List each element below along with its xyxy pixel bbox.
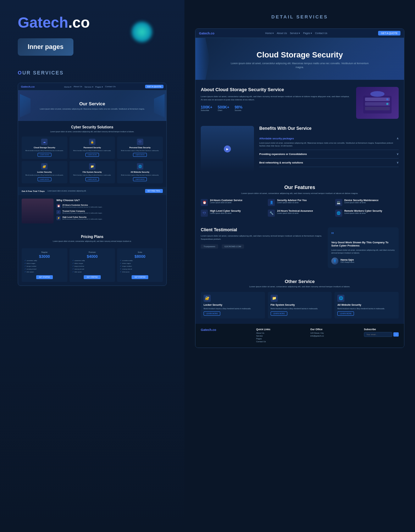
card-btn-4[interactable]: LEARN MORE (38, 177, 51, 181)
testimonial-quote-card: " Very Good Work Shown By This Company T… (328, 227, 399, 268)
other-card-website: 🌐 All Website Security Morbi tincidunt m… (334, 292, 399, 319)
detail-nav-about[interactable]: About Us (277, 32, 287, 35)
accordion-header-3[interactable]: Best networking & security solutions ∨ (259, 161, 399, 164)
author-name: Hanna Sajre (341, 259, 354, 261)
why-content: Why Choose Us? ⏰ 24 Hours Customer Servi… (56, 199, 163, 223)
pricing-grid: Regular $3000 ✓ consetetur sadip ✓ dolor… (22, 248, 163, 282)
card-btn-1[interactable]: LEARN MORE (38, 153, 51, 157)
detail-nav-home[interactable]: Home ▾ (265, 32, 274, 35)
glow-orb (131, 21, 153, 43)
cyber-section-title: Cyber Security Solutions (18, 121, 166, 131)
section-prefix: o (18, 70, 22, 76)
brand-extension: .co (68, 14, 90, 31)
other-btn-file[interactable]: LEARN MORE (271, 311, 287, 316)
accordion-header-1[interactable]: Affordable security packages ∧ (259, 137, 399, 140)
quote-text: Lorem ipsum dolor sit amet, consectetur … (331, 249, 395, 254)
about-image (356, 87, 399, 119)
testimonial-left: Client Testimonial Lorem ipsum dolor sit… (201, 227, 322, 268)
accordion-arrow-3: ∨ (397, 161, 399, 164)
nav-service[interactable]: Service ▾ (84, 85, 93, 88)
price-feat-3-4: ✓ nonumy eirmod (120, 268, 160, 270)
detail-nav-contact[interactable]: Contact Us (315, 32, 327, 35)
footer-office-title: Our Office (310, 328, 324, 331)
feature-icon-1: ⏰ (201, 199, 208, 206)
detail-nav-service[interactable]: Service ▾ (290, 32, 300, 35)
subscribe-input[interactable] (364, 332, 392, 337)
feature-text-6: Lorem ipsum dolor sit amet (344, 212, 382, 214)
detail-hero-section: Cloud Storage Security Lorem ipsum dolor… (195, 38, 404, 80)
nav-about[interactable]: About Us (73, 85, 82, 88)
card-btn-3[interactable]: LEARN MORE (133, 153, 146, 157)
card-text-3: Morbi tincidunt mauris a libsy hendrerit… (119, 150, 161, 151)
why-title: Why Choose Us? (56, 199, 163, 202)
stat-label-2: Client (218, 109, 229, 111)
locker-icon: 🔐 (41, 163, 48, 170)
other-title-file: File System Security (271, 304, 329, 306)
stat-2: 500K+ Client (218, 105, 229, 111)
footer-link-about[interactable]: About Us (256, 332, 270, 334)
footer-office-email: info@gatech.co (310, 335, 324, 337)
detail-nav-pages[interactable]: Pages ▾ (303, 32, 312, 35)
footer-subscribe-title: Subscribe (364, 328, 399, 331)
price-btn-3[interactable]: GET STARTED (132, 275, 148, 279)
price-feat-2-5: ✓ dolor ipsum (72, 271, 112, 273)
pricing-text: Lorem ipsum dolor sit amet, consectetur … (22, 240, 163, 246)
features-text: Lorem ipsum dolor sit amet, consectetur … (201, 192, 399, 195)
accordion-header-2[interactable]: Providing expansions or Consolidations ∨ (259, 153, 399, 156)
footer-quick-links-col: Quick Links About Us Service Pages Conta… (256, 328, 270, 343)
inner-pages-button[interactable]: Inner pages (18, 38, 73, 56)
other-btn-locker[interactable]: LEARN MORE (204, 311, 220, 316)
detail-benefits-section: ▶ Benefits With Our Service Affordable s… (195, 126, 404, 179)
price-btn-2[interactable]: GET STARTED (84, 275, 100, 279)
feature-4: 🛡 High Level Cyber Security Lorem ipsum … (201, 210, 264, 217)
other-title: Other Service (201, 279, 399, 284)
detail-footer: Gatech.co Quick Links About Us Service P… (195, 324, 404, 348)
svg-rect-1 (365, 98, 390, 101)
card-title-4: Locker Security (24, 171, 65, 173)
nav-contact[interactable]: Contact Us (105, 85, 116, 88)
detail-quote-button[interactable]: GET A QUOTE (378, 31, 400, 35)
card-btn-2[interactable]: LEARN MORE (85, 153, 99, 157)
other-btn-website[interactable]: LEARN MORE (337, 311, 354, 316)
accordion-body-1: Lorem ipsum dolor sit amet, consectetur … (259, 140, 399, 147)
card-text-2: Morbi tincidunt mauris a libsy hendrerit… (72, 150, 113, 151)
about-img-inner (356, 87, 399, 119)
about-title: About Cloud Storage Security Service (201, 87, 351, 92)
footer-brand-col: Gatech.co (201, 328, 216, 332)
card-title-6: All Website Security (119, 171, 161, 173)
why-item-3: ⚡ High Level Cyber Security Morbi tincid… (56, 216, 163, 220)
stat-1: 100K+ Subscriber (201, 105, 212, 111)
trial-button[interactable]: GET FREE TRIAL (145, 189, 163, 193)
feature-title-3: Device Security Maintenance (344, 199, 379, 201)
stat-value-1: 100K+ (201, 105, 212, 109)
footer-quick-links-title: Quick Links (256, 328, 270, 331)
price-feat-1-5: ✓ dolor ipsum (24, 271, 65, 273)
price-btn-1[interactable]: GET STARTED (36, 275, 53, 279)
feature-icon-5: 🔧 (268, 210, 275, 217)
other-sub: Lorem ipsum dolor sit amet, consectetur … (201, 286, 399, 288)
cyber-section-text: Lorem ipsum dolor sit amet, consectetur … (18, 131, 166, 137)
card-personal: 🛡 Personal Data Security Morbi tincidunt… (117, 137, 163, 159)
feature-text-4: Lorem ipsum dolor sit amet (210, 212, 241, 214)
card-locker: 🔐 Locker Security Morbi tincidunt mauris… (22, 161, 67, 183)
card-btn-6[interactable]: LEARN MORE (133, 177, 146, 181)
subscribe-button[interactable]: → (393, 332, 399, 337)
play-button[interactable]: ▶ (224, 145, 231, 153)
other-card-locker: 🔐 Locker Security Morbi tincidunt mauris… (201, 292, 265, 319)
quote-button[interactable]: GET A QUOTE (145, 85, 164, 88)
logo-2: G2CROWD.COM (222, 244, 244, 249)
nav-pages[interactable]: Pages ▾ (95, 85, 103, 88)
footer-link-service[interactable]: Service (256, 335, 270, 337)
feature-text-3: Lorem ipsum dolor sit amet (344, 201, 379, 204)
why-item-text-1: Morbi tincidunt mauris a hendrerit lacin… (62, 206, 103, 208)
nav-home[interactable]: Home ▾ (64, 85, 72, 88)
card-btn-5[interactable]: LEARN MORE (85, 177, 99, 181)
footer-link-pages[interactable]: Pages (256, 338, 270, 340)
footer-link-contact[interactable]: Contact Us (256, 340, 270, 343)
browser-nav-links: Home ▾ About Us Service ▾ Pages ▾ Contac… (64, 85, 116, 88)
price-label-1: Regular (24, 251, 65, 253)
other-card-file: 📁 File System Security Morbi tincidunt m… (268, 292, 332, 319)
section-label: oUR SERVICES (18, 70, 167, 76)
feature-6: 🌐 Remote Workers Cyber Security Lorem ip… (335, 210, 399, 217)
our-services-browser-mock: Gatech.co Home ▾ About Us Service ▾ Page… (18, 83, 167, 286)
